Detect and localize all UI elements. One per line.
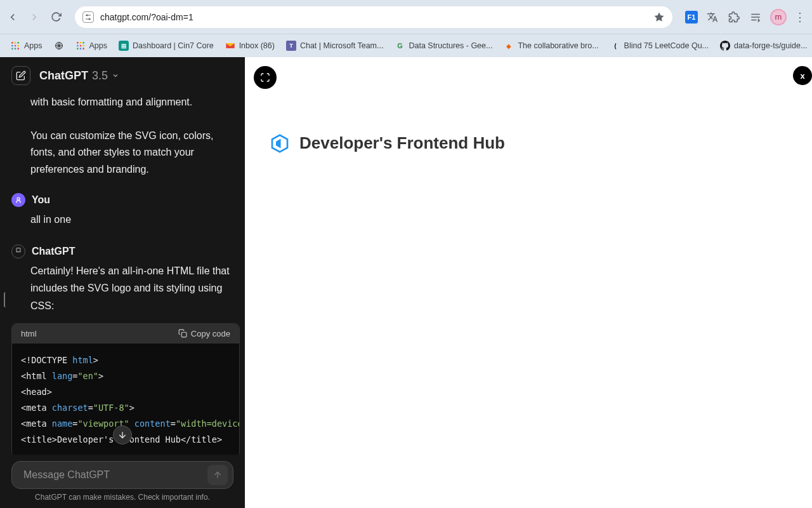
bookmark-gfg[interactable]: G Data Structures - Gee...: [391, 38, 496, 53]
bookmark-apps-1[interactable]: Apps: [6, 38, 46, 53]
bookmark-replit[interactable]: ◆ The collaborative bro...: [500, 38, 602, 53]
address-bar[interactable]: chatgpt.com/?oai-dm=1: [75, 6, 672, 28]
reload-button[interactable]: [49, 11, 62, 23]
chrome-menu-icon[interactable]: ⋮: [794, 10, 806, 24]
bookmark-label: Dashboard | Cin7 Core: [133, 41, 214, 50]
bookmark-apps-2[interactable]: Apps: [72, 38, 112, 53]
bookmark-label: Blind 75 LeetCode Qu...: [624, 41, 709, 50]
svg-point-25: [82, 48, 84, 50]
bookmark-label: Chat | Microsoft Team...: [300, 41, 384, 50]
bookmark-gmail[interactable]: Inbox (86): [221, 38, 278, 53]
svg-marker-29: [276, 138, 281, 148]
svg-point-15: [17, 48, 19, 50]
svg-rect-27: [181, 332, 187, 337]
cin7-icon: ⊞: [119, 41, 129, 51]
forward-button[interactable]: [28, 11, 41, 23]
bot-message-text: Certainly! Here's an all-in-one HTML fil…: [30, 262, 233, 314]
url-text: chatgpt.com/?oai-dm=1: [100, 12, 647, 22]
user-author-label: You: [32, 194, 50, 206]
new-chat-button[interactable]: [11, 66, 30, 85]
extensions-puzzle-icon[interactable]: [727, 10, 741, 24]
svg-point-21: [79, 45, 81, 47]
bookmark-leetcode[interactable]: ⟨ Blind 75 LeetCode Qu...: [606, 38, 712, 53]
svg-point-3: [89, 18, 90, 20]
github-icon: [720, 41, 730, 51]
svg-point-14: [15, 48, 16, 50]
svg-point-18: [79, 42, 81, 44]
svg-point-17: [77, 42, 79, 44]
svg-point-13: [11, 48, 13, 50]
bookmark-label: Data Structures - Gee...: [409, 41, 492, 50]
input-placeholder: Message ChatGPT: [23, 469, 201, 481]
bookmark-label: The collaborative bro...: [518, 41, 598, 50]
model-selector[interactable]: ChatGPT 3.5: [39, 69, 119, 83]
extension-translate-icon[interactable]: [705, 10, 719, 24]
apps-grid-icon: [10, 41, 20, 51]
model-name: ChatGPT: [39, 69, 88, 83]
leetcode-icon: ⟨: [610, 41, 620, 51]
chat-scroll-area[interactable]: with basic formatting and alignment. You…: [0, 94, 245, 455]
send-button[interactable]: [207, 465, 228, 485]
svg-point-7: [11, 42, 13, 44]
disclaimer-text: ChatGPT can make mistakes. Check importa…: [11, 489, 233, 504]
svg-point-20: [77, 45, 79, 47]
bookmarks-bar: Apps Apps ⊞ Dashboard | Cin7 Core Inbox …: [0, 34, 812, 57]
code-language-label: html: [21, 329, 37, 338]
svg-point-24: [79, 48, 81, 50]
bookmark-label: Inbox (86): [239, 41, 275, 50]
model-version: 3.5: [92, 69, 108, 83]
preview-pane: x Developer's Frontend Hub: [245, 57, 812, 508]
bookmark-github[interactable]: data-forge-ts/guide...: [716, 38, 811, 53]
message-input[interactable]: Message ChatGPT: [11, 461, 233, 489]
profile-avatar[interactable]: m: [770, 9, 787, 25]
replit-icon: ◆: [504, 41, 514, 51]
gmail-icon: [225, 41, 235, 51]
bookmark-cin7[interactable]: ⊞ Dashboard | Cin7 Core: [115, 38, 218, 53]
svg-point-11: [15, 45, 16, 47]
bookmark-star-icon[interactable]: [653, 11, 665, 23]
bookmark-label: data-forge-ts/guide...: [734, 41, 807, 50]
chevron-down-icon: [112, 72, 119, 79]
gfg-icon: G: [395, 41, 405, 51]
fullscreen-button[interactable]: [254, 66, 277, 89]
bookmark-openai[interactable]: [50, 38, 68, 53]
close-preview-button[interactable]: x: [793, 66, 812, 85]
copy-code-button[interactable]: Copy code: [178, 329, 230, 338]
assistant-text-paragraph: You can customize the SVG icon, colors, …: [30, 128, 233, 178]
svg-point-2: [86, 15, 88, 16]
bookmark-teams[interactable]: T Chat | Microsoft Team...: [282, 38, 388, 53]
bookmark-label: Apps: [24, 41, 43, 50]
bookmark-label: Apps: [89, 41, 108, 50]
svg-point-8: [15, 42, 16, 44]
user-avatar-icon: [11, 193, 25, 207]
openai-icon: [54, 41, 64, 51]
chatgpt-avatar-icon: [11, 244, 25, 258]
user-message-text: all in one: [30, 211, 233, 228]
svg-point-23: [77, 48, 79, 50]
browser-toolbar: chatgpt.com/?oai-dm=1 F1 m ⋮: [0, 0, 812, 34]
svg-point-22: [82, 45, 84, 47]
svg-point-19: [82, 42, 84, 44]
teams-icon: T: [286, 41, 296, 51]
bot-author-label: ChatGPT: [32, 246, 75, 257]
svg-point-12: [17, 45, 19, 47]
copy-code-label: Copy code: [191, 329, 230, 338]
chat-sidebar: ChatGPT 3.5 with basic formatting and al…: [0, 57, 245, 508]
hexagon-logo-icon: [270, 134, 289, 153]
apps-grid-icon: [75, 41, 86, 51]
assistant-text-fragment: with basic formatting and alignment.: [30, 94, 233, 110]
scroll-to-bottom-button[interactable]: [113, 425, 132, 444]
svg-point-10: [11, 45, 13, 47]
preview-title: Developer's Frontend Hub: [299, 133, 505, 153]
site-settings-icon[interactable]: [82, 11, 94, 23]
extension-f1-icon[interactable]: F1: [685, 11, 698, 23]
back-button[interactable]: [6, 11, 19, 23]
reading-list-icon[interactable]: [749, 10, 763, 24]
svg-point-9: [17, 42, 19, 44]
svg-point-26: [17, 197, 20, 200]
